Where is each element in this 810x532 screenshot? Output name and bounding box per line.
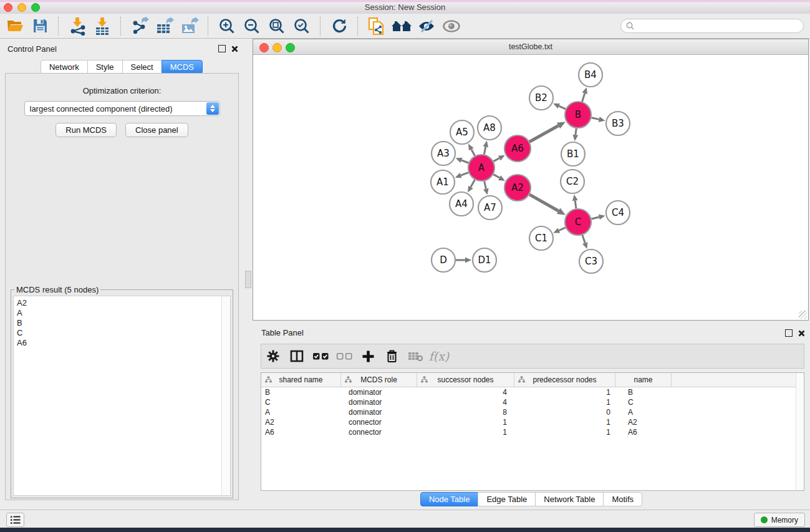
graph-edge-A-A2[interactable] (493, 175, 499, 178)
graph-edge-A-A8[interactable] (484, 147, 485, 154)
main-toolbar (0, 14, 810, 39)
zoom-selected-icon[interactable] (289, 16, 314, 37)
delete-row-icon[interactable] (380, 349, 403, 363)
control-panel-tabs: NetworkStyleSelectMCDS (0, 60, 243, 74)
table-row[interactable]: A2connector11A2 (261, 417, 804, 427)
close-table-panel-icon[interactable] (798, 330, 805, 337)
graph-edge-A-A6[interactable] (493, 158, 499, 162)
memory-label: Memory (771, 516, 798, 525)
panel-splitter[interactable] (243, 39, 253, 510)
refresh-layout-icon[interactable] (327, 16, 352, 37)
import-table-icon[interactable] (90, 16, 115, 37)
mcds-result-list[interactable]: A2ABCA6 (13, 296, 231, 496)
show-all-icon[interactable] (439, 16, 464, 37)
graph-edge-A-A1[interactable] (461, 173, 468, 176)
hide-selected-icon[interactable] (414, 16, 439, 37)
close-panel-icon[interactable] (231, 46, 238, 52)
graph-node-label-A1: A1 (436, 177, 449, 188)
splitter-grip[interactable] (245, 271, 251, 288)
float-table-panel-icon[interactable] (785, 329, 793, 337)
import-network-icon[interactable] (65, 16, 90, 37)
graph-edge-A2-C[interactable] (529, 195, 559, 211)
result-item[interactable]: A6 (14, 338, 230, 348)
tab-network[interactable]: Network (41, 60, 88, 74)
graph-edge-A-A3[interactable] (461, 160, 468, 163)
tab-mcds[interactable]: MCDS (162, 60, 203, 74)
export-table-icon[interactable] (152, 16, 177, 37)
graph-edge-B-B3[interactable] (591, 118, 599, 120)
export-network-icon[interactable] (127, 16, 152, 37)
table-row[interactable]: A6connector11A6 (261, 427, 804, 437)
column-header-predecessor-nodes[interactable]: predecessor nodes (514, 373, 615, 387)
table-tab-edge-table[interactable]: Edge Table (478, 492, 536, 506)
network-column-icon (345, 376, 352, 383)
deselect-all-checkboxes-icon[interactable] (332, 352, 356, 360)
search-field[interactable] (620, 19, 804, 33)
column-header-mcds-role[interactable]: MCDS role (341, 373, 417, 387)
graph-edge-B-B4[interactable] (582, 94, 585, 102)
memory-button[interactable]: Memory (754, 513, 805, 527)
network-window-title: testGlobe.txt (253, 42, 808, 51)
graph-edge-A-A5[interactable] (471, 149, 475, 155)
table-tab-motifs[interactable]: Motifs (603, 492, 642, 506)
tab-style[interactable]: Style (87, 60, 123, 74)
first-neighbors-icon[interactable] (389, 16, 414, 37)
network-window-titlebar[interactable]: testGlobe.txt (253, 39, 808, 55)
window-resize-grip[interactable] (799, 311, 807, 319)
delete-table-icon[interactable] (403, 351, 427, 362)
table-panel-tabs: Node TableEdge TableNetwork TableMotifs (253, 492, 810, 506)
export-image-icon[interactable] (177, 16, 202, 37)
graph-edge-A6-B[interactable] (529, 126, 558, 142)
graph-edge-arrowhead (465, 258, 471, 263)
table-cell: dominator (341, 398, 417, 407)
column-header-shared-name[interactable]: shared name (261, 373, 341, 387)
open-session-icon[interactable] (2, 16, 27, 37)
graph-edge-A-A4[interactable] (471, 180, 475, 187)
function-builder-icon[interactable]: f(x) (427, 349, 451, 363)
table-row[interactable]: Adominator80A (261, 407, 804, 417)
graph-edge-C-C1[interactable] (559, 228, 566, 231)
network-canvas[interactable]: B4B2BB3A8A5A6A3B1AA1C2A2A4A7C4CC1C3DD1 (253, 54, 808, 320)
settings-gear-icon[interactable] (261, 349, 285, 363)
table-tab-node-table[interactable]: Node Table (420, 492, 479, 506)
new-network-from-selection-icon[interactable] (364, 16, 389, 37)
table-cell: 1 (514, 428, 615, 437)
criterion-select[interactable]: largest connected component (directed) (24, 101, 220, 116)
tab-select[interactable]: Select (122, 60, 162, 74)
table-tab-network-table[interactable]: Network Table (535, 492, 604, 506)
result-scrollbar[interactable] (221, 296, 230, 495)
result-item[interactable]: B (14, 318, 230, 328)
select-all-checkboxes-icon[interactable] (309, 352, 332, 360)
table-scrollbar[interactable] (796, 373, 804, 490)
zoom-in-icon[interactable] (215, 16, 239, 37)
search-input[interactable] (637, 21, 803, 31)
table-row[interactable]: Cdominator41C (261, 397, 804, 407)
column-header-successor-nodes[interactable]: successor nodes (417, 373, 514, 387)
graph-node-label-C4: C4 (612, 207, 624, 218)
graph-edge-C-C3[interactable] (582, 235, 585, 243)
result-item[interactable]: A2 (14, 298, 230, 308)
graph-node-label-B2: B2 (535, 92, 547, 104)
graph-node-label-D: D (440, 254, 447, 266)
graph-edge-B-B2[interactable] (559, 106, 566, 109)
graph-edge-A-A7[interactable] (485, 181, 486, 188)
table-row[interactable]: Bdominator41B (261, 387, 804, 397)
task-history-button[interactable] (6, 513, 24, 527)
zoom-fit-icon[interactable] (264, 16, 289, 37)
table-cell: dominator (341, 388, 417, 397)
column-header-name[interactable]: name (615, 373, 672, 387)
float-panel-icon[interactable] (218, 45, 226, 52)
save-session-icon[interactable] (27, 16, 52, 37)
zoom-out-icon[interactable] (239, 16, 264, 37)
result-item[interactable]: A (14, 308, 230, 318)
close-panel-button[interactable]: Close panel (125, 123, 188, 137)
graph-edge-C-C2[interactable] (575, 201, 576, 209)
run-mcds-button[interactable]: Run MCDS (55, 123, 117, 137)
memory-status-icon (761, 516, 768, 523)
graph-edge-C-C4[interactable] (591, 217, 599, 219)
result-item[interactable]: C (14, 328, 230, 338)
graph-edge-B-B1[interactable] (576, 128, 576, 135)
add-row-icon[interactable] (356, 350, 380, 363)
toolbar-separator (357, 17, 359, 36)
show-column-icon[interactable] (285, 349, 309, 363)
